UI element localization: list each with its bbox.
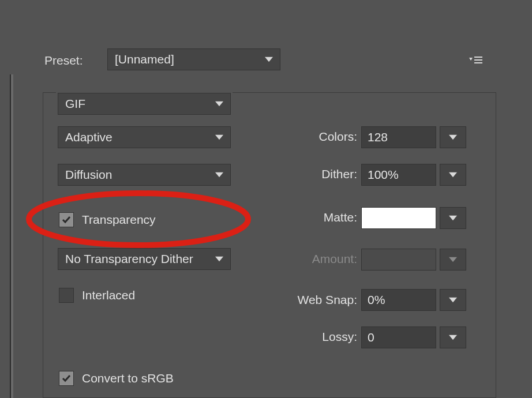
chevron-down-icon (214, 254, 224, 264)
matte-color-swatch[interactable] (361, 207, 436, 229)
color-reduction-dropdown[interactable]: Adaptive (58, 126, 231, 148)
web-snap-label: Web Snap: (265, 293, 357, 307)
transparency-checkbox[interactable] (59, 212, 74, 227)
chevron-down-icon (264, 54, 274, 65)
matte-label: Matte: (265, 211, 357, 224)
web-snap-input[interactable]: 0% (361, 289, 436, 311)
matte-field (361, 207, 466, 229)
svg-rect-2 (474, 62, 482, 63)
preset-flyout-menu-button[interactable] (465, 54, 486, 66)
colors-field: 128 (361, 126, 466, 148)
transparency-label: Transparency (82, 213, 156, 227)
lossy-input[interactable]: 0 (361, 326, 436, 348)
lossy-field: 0 (361, 326, 466, 348)
svg-rect-0 (474, 57, 482, 58)
file-format-value: GIF (65, 97, 85, 111)
colors-label: Colors: (265, 130, 357, 144)
transparency-checkbox-row[interactable]: Transparency (59, 212, 156, 227)
interlaced-checkbox[interactable] (59, 288, 74, 303)
amount-field (361, 249, 466, 271)
dither-amount-input[interactable]: 100% (361, 164, 436, 186)
preset-dropdown[interactable]: [Unnamed] (107, 48, 280, 70)
lossy-label: Lossy: (265, 330, 357, 344)
chevron-down-icon (214, 170, 224, 180)
colors-stepper[interactable] (440, 126, 466, 148)
dither-algorithm-value: Diffusion (65, 168, 112, 182)
amount-input (361, 249, 436, 271)
web-snap-stepper[interactable] (440, 289, 466, 311)
color-reduction-value: Adaptive (65, 130, 113, 144)
interlaced-checkbox-row[interactable]: Interlaced (59, 288, 135, 303)
dither-algorithm-dropdown[interactable]: Diffusion (58, 164, 231, 186)
dither-amount-stepper[interactable] (440, 164, 466, 186)
transparency-dither-value: No Transparency Dither (65, 252, 193, 266)
interlaced-label: Interlaced (82, 288, 135, 302)
convert-srgb-label: Convert to sRGB (82, 371, 174, 385)
svg-rect-1 (474, 59, 482, 61)
dither-amount-field: 100% (361, 164, 466, 186)
convert-srgb-checkbox[interactable] (59, 371, 74, 386)
panel-divider-highlight (11, 74, 13, 398)
amount-label: Amount: (265, 252, 357, 266)
preset-dropdown-value: [Unnamed] (115, 52, 174, 66)
preset-label: Preset: (44, 54, 83, 67)
web-snap-field: 0% (361, 289, 466, 311)
convert-srgb-checkbox-row[interactable]: Convert to sRGB (59, 371, 174, 386)
amount-stepper (440, 249, 466, 271)
transparency-dither-dropdown[interactable]: No Transparency Dither (58, 248, 231, 270)
dither-amount-label: Dither: (265, 167, 357, 181)
chevron-down-icon (214, 132, 224, 142)
colors-input[interactable]: 128 (361, 126, 436, 148)
file-format-dropdown[interactable]: GIF (58, 93, 231, 115)
matte-stepper[interactable] (440, 207, 466, 229)
lossy-stepper[interactable] (440, 326, 466, 348)
chevron-down-icon (214, 99, 224, 109)
